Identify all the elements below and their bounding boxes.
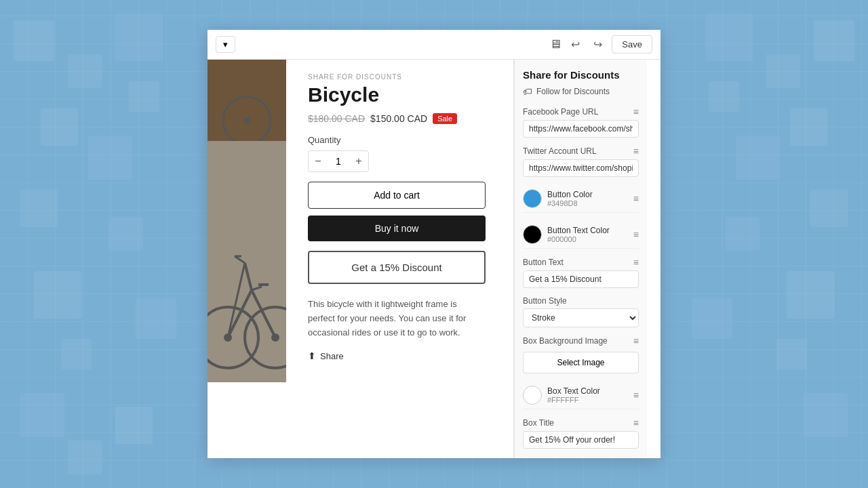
box-bg-image-label-row: Box Background Image ≡ [523, 336, 639, 346]
facebook-input[interactable] [523, 120, 639, 138]
button-color-hex: #3498D8 [547, 199, 628, 207]
box-text-color-row: Box Text Color #FFFFFF ≡ [523, 382, 639, 409]
save-button[interactable]: Save [612, 35, 652, 54]
top-bar-left: ▾ [216, 36, 235, 53]
view-dropdown[interactable]: ▾ [216, 36, 235, 53]
product-description: This bicycle with it lightweight frame i… [308, 298, 486, 340]
button-color-row: Button Color #3498D8 ≡ [523, 185, 639, 213]
quantity-increase-button[interactable]: + [349, 151, 368, 171]
section-label: SHARE FOR DISCOUNTS [308, 73, 500, 81]
quantity-decrease-button[interactable]: − [309, 151, 328, 171]
button-text-color-hex: #000000 [547, 235, 628, 243]
undo-button[interactable]: ↩ [567, 35, 584, 54]
settings-panel: Share for Discounts 🏷 Follow for Discoun… [514, 60, 647, 458]
sale-badge: Sale [433, 113, 457, 124]
facebook-label: Facebook Page URL [523, 107, 598, 117]
button-text-menu-icon[interactable]: ≡ [633, 257, 639, 268]
twitter-field-group: Twitter Account URL ≡ [523, 146, 639, 177]
share-link[interactable]: ⬆ Share [308, 350, 500, 361]
facebook-menu-icon[interactable]: ≡ [633, 106, 639, 117]
quantity-control: − 1 + [308, 150, 369, 172]
button-color-info: Button Color #3498D8 [547, 190, 628, 207]
button-style-select[interactable]: Stroke Filled None [523, 308, 639, 327]
twitter-menu-icon[interactable]: ≡ [633, 146, 639, 157]
quantity-value: 1 [328, 156, 349, 167]
button-text-color-info: Button Text Color #000000 [547, 226, 628, 243]
box-title-field-group: Box Title ≡ [523, 418, 639, 449]
share-icon: ⬆ [308, 350, 316, 361]
product-title: Bicycle [308, 83, 500, 106]
redo-button[interactable]: ↪ [589, 35, 606, 54]
redo-icon: ↪ [593, 38, 602, 51]
bike-image-top [208, 60, 286, 141]
button-text-input[interactable] [523, 270, 639, 288]
button-text-field-group: Button Text ≡ [523, 257, 639, 288]
box-title-menu-icon[interactable]: ≡ [633, 418, 639, 428]
box-title-label: Box Title [523, 418, 554, 428]
price-row: $180.00 CAD $150.00 CAD Sale [308, 113, 500, 124]
buy-now-button[interactable]: Buy it now [308, 216, 486, 241]
svg-rect-1 [208, 60, 286, 141]
quantity-label: Quantity [308, 135, 500, 145]
follow-row: 🏷 Follow for Discounts [523, 86, 639, 97]
preview-panel[interactable]: SHARE FOR DISCOUNTS Bicycle $180.00 CAD … [208, 60, 514, 458]
top-bar: ▾ 🖥 ↩ ↪ Save [208, 30, 660, 60]
content-area: SHARE FOR DISCOUNTS Bicycle $180.00 CAD … [208, 60, 660, 458]
facebook-label-row: Facebook Page URL ≡ [523, 106, 639, 117]
box-bg-image-label: Box Background Image [523, 336, 608, 346]
product-info: SHARE FOR DISCOUNTS Bicycle $180.00 CAD … [297, 60, 513, 375]
select-image-button[interactable]: Select Image [523, 352, 639, 373]
panel-title: Share for Discounts [523, 69, 639, 81]
box-text-color-menu-icon[interactable]: ≡ [633, 390, 639, 401]
button-style-label-row: Button Style [523, 296, 639, 306]
facebook-field-group: Facebook Page URL ≡ [523, 106, 639, 138]
button-style-field-group: Button Style Stroke Filled None [523, 296, 639, 327]
price-original: $180.00 CAD [308, 113, 365, 124]
follow-icon: 🏷 [523, 86, 532, 97]
box-title-label-row: Box Title ≡ [523, 418, 639, 428]
discount-button[interactable]: Get a 15% Discount [308, 251, 486, 284]
box-text-label-row: Box Text ≡ [523, 457, 639, 458]
box-text-color-info: Box Text Color #FFFFFF [547, 386, 628, 404]
box-text-menu-icon[interactable]: ≡ [633, 457, 639, 458]
twitter-input[interactable] [523, 159, 639, 177]
box-title-input[interactable] [523, 431, 639, 449]
twitter-label-row: Twitter Account URL ≡ [523, 146, 639, 157]
box-text-field-group: Box Text ≡ [523, 457, 639, 458]
box-text-label: Box Text [523, 458, 554, 458]
share-label: Share [320, 351, 344, 361]
box-bg-image-menu-icon[interactable]: ≡ [633, 336, 639, 346]
button-text-color-menu-icon[interactable]: ≡ [633, 229, 639, 240]
box-bg-image-field-group: Box Background Image ≡ Select Image [523, 336, 639, 373]
svg-point-3 [243, 117, 250, 124]
twitter-label: Twitter Account URL [523, 146, 597, 156]
bike-images [208, 60, 286, 382]
button-color-swatch[interactable] [523, 189, 542, 208]
box-text-color-label: Box Text Color [547, 386, 628, 396]
bike-image-bottom [208, 141, 286, 382]
button-color-label: Button Color [547, 190, 628, 199]
undo-icon: ↩ [571, 38, 580, 51]
button-text-label: Button Text [523, 258, 564, 267]
button-style-label: Button Style [523, 296, 567, 306]
editor-window: ▾ 🖥 ↩ ↪ Save [208, 30, 660, 458]
follow-label: Follow for Discounts [536, 87, 610, 96]
button-text-label-row: Button Text ≡ [523, 257, 639, 268]
bike-top-graphic [208, 60, 286, 141]
box-text-color-hex: #FFFFFF [547, 396, 628, 404]
button-color-menu-icon[interactable]: ≡ [633, 193, 639, 204]
monitor-icon[interactable]: 🖥 [549, 37, 561, 52]
box-text-color-swatch[interactable] [523, 386, 542, 405]
button-text-color-swatch[interactable] [523, 225, 542, 244]
price-sale: $150.00 CAD [370, 113, 427, 124]
button-text-color-label: Button Text Color [547, 226, 628, 235]
button-text-color-row: Button Text Color #000000 ≡ [523, 221, 639, 249]
add-to-cart-button[interactable]: Add to cart [308, 182, 486, 209]
dropdown-chevron-icon: ▾ [223, 39, 228, 49]
bike-bottom-graphic [208, 141, 286, 382]
